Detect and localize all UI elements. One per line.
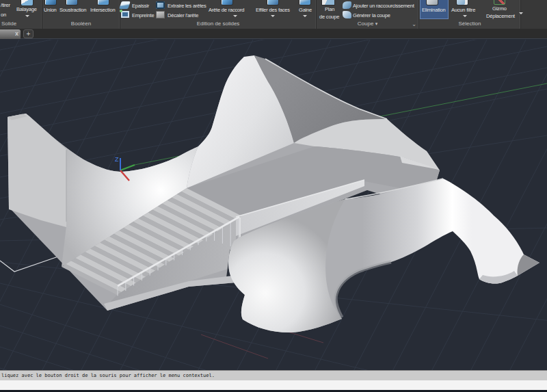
offset-edge-icon bbox=[156, 11, 165, 18]
culling-icon bbox=[427, 0, 438, 5]
file-tab-bar: x + bbox=[0, 29, 547, 39]
gizmo-dropdown-icon[interactable] bbox=[519, 12, 523, 14]
button-gizmo-line2[interactable]: Déplacement bbox=[486, 13, 515, 19]
new-tab-button[interactable]: + bbox=[23, 29, 34, 38]
viewport-3d[interactable]: Z bbox=[0, 40, 547, 370]
button-union[interactable]: Union bbox=[44, 7, 57, 13]
button-appuyer-tirer-partial[interactable]: /tirer bbox=[1, 2, 10, 8]
button-arete-raccord[interactable]: Arête de raccord bbox=[209, 7, 244, 13]
button-balayage[interactable]: Balayage bbox=[16, 6, 37, 12]
panel-coupe-dropdown-icon[interactable]: ▾ bbox=[375, 21, 378, 26]
close-tab-icon[interactable]: x bbox=[15, 30, 18, 37]
fillet-edge-icon bbox=[222, 0, 232, 5]
command-input-line[interactable] bbox=[0, 381, 547, 390]
button-gizmo[interactable]: Gizmo bbox=[492, 5, 507, 12]
gaine-dropdown-icon[interactable] bbox=[303, 15, 307, 17]
panel-label-coupe: Coupe ▾ bbox=[317, 20, 418, 28]
button-aucun-filtre[interactable]: Aucun filtre bbox=[451, 7, 475, 13]
z-axis-label: Z bbox=[115, 156, 119, 163]
shell-icon bbox=[299, 0, 310, 5]
panel-label-coupe-text[interactable]: Coupe bbox=[358, 21, 374, 27]
no-filter-icon bbox=[457, 0, 468, 5]
button-gaine[interactable]: Gaine bbox=[299, 7, 312, 13]
drawing-tab[interactable]: x bbox=[0, 29, 21, 39]
subtract-cubes-icon bbox=[66, 0, 77, 5]
generate-section-icon bbox=[343, 11, 351, 18]
button-decaler-arete[interactable]: Décaler l'arête bbox=[168, 12, 198, 18]
button-extrusion-partial[interactable]: on bbox=[1, 12, 6, 18]
button-soustraction[interactable]: Soustraction bbox=[59, 7, 86, 13]
aucun-filtre-dropdown-icon[interactable] bbox=[463, 15, 467, 17]
button-ajouter-raccourcissement[interactable]: Ajouter un raccourcissement bbox=[353, 3, 414, 9]
move-gizmo-icon bbox=[494, 0, 505, 5]
sweep-icon bbox=[21, 0, 33, 5]
extract-edges-icon bbox=[156, 1, 165, 9]
panel-coupe-launcher-icon[interactable]: ⌄ bbox=[412, 21, 416, 27]
panel-label-edition: Edition de solides bbox=[120, 20, 316, 28]
panel-label-solide: Solide bbox=[0, 20, 42, 28]
button-empreinte[interactable]: Empreinte bbox=[132, 12, 154, 18]
add-jog-icon bbox=[343, 1, 351, 9]
button-epaissir[interactable]: Epaissir bbox=[132, 3, 149, 9]
imprint-icon bbox=[121, 11, 129, 18]
command-history-line: liquez avec le bouton droit de la souris… bbox=[0, 370, 547, 381]
intersect-cubes-icon bbox=[98, 0, 109, 5]
button-plan-de-coupe-line2[interactable]: de coupe bbox=[319, 14, 339, 20]
model-canvas[interactable]: Z bbox=[0, 40, 547, 370]
balayage-dropdown-icon[interactable] bbox=[25, 15, 29, 17]
arete-raccord-dropdown-icon[interactable] bbox=[233, 15, 237, 17]
effiler-dropdown-icon[interactable] bbox=[271, 15, 275, 17]
panel-label-selection: Sélection bbox=[419, 20, 520, 28]
button-plan-de-coupe[interactable]: Plan bbox=[325, 6, 334, 12]
button-elimination[interactable]: Elimination bbox=[422, 7, 445, 13]
ribbon-empty-area bbox=[521, 0, 547, 29]
union-cubes-icon bbox=[45, 0, 56, 5]
autocad-window: Solide Booléen Edition de solides Coupe … bbox=[0, 0, 547, 392]
button-effiler-faces[interactable]: Effiler des faces bbox=[256, 7, 290, 13]
button-intersection[interactable]: Intersection bbox=[90, 7, 115, 13]
section-plane-icon bbox=[322, 0, 334, 5]
button-extraire-aretes[interactable]: Extraire les arêtes bbox=[168, 3, 206, 9]
button-generer-coupe[interactable]: Générer la coupe bbox=[353, 12, 390, 18]
taper-faces-icon bbox=[267, 0, 278, 5]
ribbon: Solide Booléen Edition de solides Coupe … bbox=[0, 0, 547, 29]
panel-label-booleen: Booléen bbox=[42, 20, 120, 28]
